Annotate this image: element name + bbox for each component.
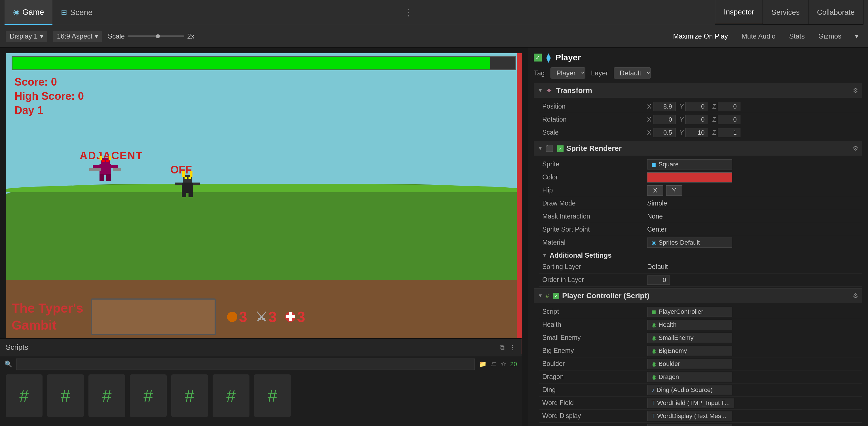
order-in-layer-value: 0 [647,275,862,284]
script-icon-4[interactable]: # [130,374,167,417]
svg-rect-18 [182,192,186,197]
scale-y[interactable]: 10 [685,128,708,137]
tab-services[interactable]: Services [763,0,808,24]
scale-slider[interactable] [128,35,184,37]
dragon-icon: ◉ [651,373,656,381]
boulder-asset[interactable]: ◉ Boulder [647,359,732,369]
aspect-label: 16:9 Aspect [57,32,92,40]
console-more-icon[interactable]: ⋮ [509,343,516,352]
rot-x[interactable]: 0 [653,115,676,124]
word-field-asset[interactable]: T WordField (TMP_Input F... [647,398,734,408]
health-asset[interactable]: ◉ Health [647,320,732,330]
flip-x-btn[interactable]: X [647,185,663,195]
transform-header[interactable]: ▼ ✦ Transform ⚙ [534,83,862,98]
score-display-asset[interactable]: T ScoreDisplay (Text Me... [647,424,732,426]
svg-rect-19 [188,192,193,197]
boulder-icon: ◉ [651,361,656,367]
scale-x[interactable]: 0.5 [653,128,676,137]
script-icon-6[interactable]: # [213,374,249,417]
script-icon-2[interactable]: # [47,374,84,417]
script-icon-3[interactable]: # [88,374,125,417]
script-icon-7[interactable]: # [254,374,291,417]
display-dropdown[interactable]: Display 1 ▾ [6,31,47,42]
prop-scale: Scale X0.5 Y10 Z1 [539,126,862,139]
layer-dropdown[interactable]: Default [614,67,651,79]
sprite-renderer-checkbox[interactable]: ✓ [557,145,563,152]
prop-sprite: Sprite ◼ Square [539,158,862,171]
big-enemy-name: BigEnemy [658,347,687,355]
sprite-renderer-properties: Sprite ◼ Square Color Flip [534,156,862,288]
gameobject-name[interactable]: Player [555,53,862,62]
pos-z[interactable]: 0 [718,102,740,111]
small-enemy-asset[interactable]: ◉ SmallEnemy [647,333,732,343]
script-icon-1[interactable]: # [6,374,42,417]
gizmos-btn[interactable]: Gizmos [814,31,845,42]
maximize-on-play-btn[interactable]: Maximize On Play [669,31,732,42]
script-icon-5[interactable]: # [171,374,208,417]
tab-inspector[interactable]: Inspector [715,0,763,24]
console-window-icon[interactable]: ⧉ [500,343,504,352]
player-controller-gear[interactable]: ⚙ [853,292,858,300]
dragon-asset[interactable]: ◉ Dragon [647,372,732,382]
svg-rect-6 [99,174,104,181]
prop-order-in-layer: Order in Layer 0 [539,274,862,286]
mask-interaction-text: None [647,213,663,220]
word-input-field[interactable] [91,299,216,335]
console-folder-icon[interactable]: 📁 [479,361,487,368]
aspect-dropdown[interactable]: 16:9 Aspect ▾ [53,31,102,42]
player-controller-properties: Script ◼ PlayerController Health ◉ Healt… [534,304,862,426]
material-name: Sprites-Default [658,239,700,246]
flip-label: Flip [539,186,647,194]
additional-settings-header[interactable]: ▼ Additional Settings [539,249,862,261]
material-asset[interactable]: ◉ Sprites-Default [647,238,732,248]
scale-z[interactable]: 1 [718,128,740,137]
transform-gear[interactable]: ⚙ [853,87,858,94]
script-asset-icon: ◼ [651,308,656,315]
sorting-layer-text: Default [647,263,668,271]
svg-rect-21 [193,183,200,185]
gizmos-chevron[interactable]: ▾ [851,31,862,42]
svg-rect-15 [190,171,192,177]
svg-rect-9 [111,165,118,169]
mask-interaction-label: Mask Interaction [539,213,647,220]
sprite-renderer-header[interactable]: ▼ ⬛ ✓ Sprite Renderer ⚙ [534,141,862,156]
tab-more-menu[interactable]: ⋮ [398,7,418,18]
tag-dropdown[interactable]: Player [551,67,585,79]
player-controller-checkbox[interactable]: ✓ [553,293,559,299]
flip-y-btn[interactable]: Y [666,185,682,195]
console-star-icon[interactable]: ☆ [501,361,506,368]
health-label: Health [539,321,647,329]
ding-asset[interactable]: ♪ Ding (Audio Source) [647,385,732,395]
script-hash-7: # [268,386,277,405]
console-search-input[interactable] [16,359,475,370]
rot-z[interactable]: 0 [718,115,740,124]
sprite-renderer-gear[interactable]: ⚙ [853,145,858,152]
pos-y[interactable]: 0 [685,102,708,111]
stats-btn[interactable]: Stats [785,31,809,42]
prop-script: Script ◼ PlayerController [539,305,862,318]
sprite-renderer-icon: ⬛ [546,145,553,152]
tab-scene[interactable]: ⊞ Scene [53,0,101,25]
console-tag-icon[interactable]: 🏷 [490,361,497,368]
mute-audio-btn[interactable]: Mute Audio [738,31,780,42]
player-controller-header[interactable]: ▼ # ✓ Player Controller (Script) ⚙ [534,288,862,303]
player-controller-arrow: ▼ [538,293,543,299]
sorting-layer-label: Sorting Layer [539,263,647,271]
color-swatch[interactable] [647,172,732,183]
gameobject-active-checkbox[interactable]: ✓ [534,54,542,61]
big-enemy-asset[interactable]: ◉ BigEnemy [647,346,732,356]
ding-value: ♪ Ding (Audio Source) [647,385,862,395]
big-enemy-value: ◉ BigEnemy [647,346,862,356]
pos-x[interactable]: 8.9 [653,102,676,111]
ground [6,184,522,280]
word-display-asset[interactable]: T WordDisplay (Text Mes... [647,411,732,421]
sprite-asset[interactable]: ◼ Square [647,159,732,170]
script-hash-1: # [19,386,29,405]
sword-icon: ⚔ [256,310,267,324]
script-asset[interactable]: ◼ PlayerController [647,307,732,317]
rot-y[interactable]: 0 [685,115,708,124]
tab-game[interactable]: ◉ Game [4,0,53,25]
console-header: Scripts ⧉ ⋮ [0,339,522,356]
order-in-layer-text[interactable]: 0 [647,275,670,284]
tab-collaborate[interactable]: Collaborate [808,0,864,24]
